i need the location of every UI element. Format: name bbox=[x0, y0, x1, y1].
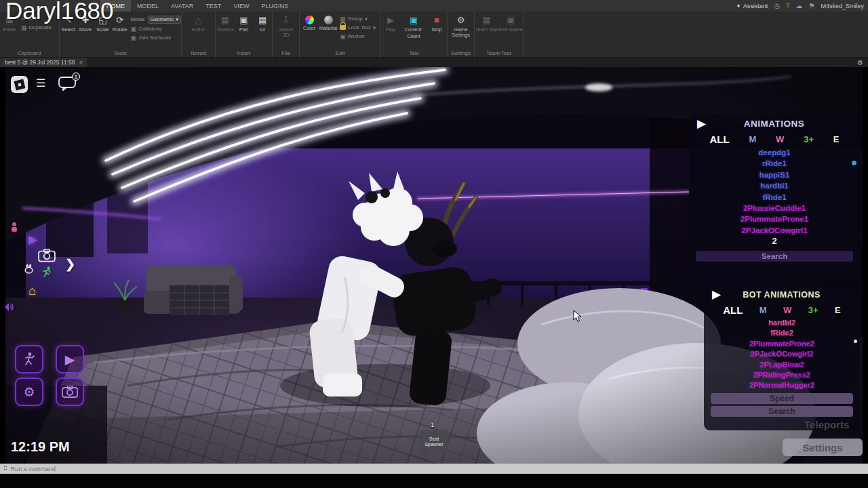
join-surfaces-toggle[interactable]: ▣ Join Surfaces bbox=[128, 33, 181, 42]
character-icon[interactable] bbox=[9, 222, 19, 235]
hamburger-menu-icon[interactable]: ☰ bbox=[36, 77, 45, 89]
animations-scroll-dot[interactable] bbox=[852, 161, 856, 165]
scale-tool-button[interactable]: ◱ Scale bbox=[94, 12, 111, 42]
animation-item[interactable]: 2PJackOCowgirl1 bbox=[741, 225, 807, 236]
animations-search-button[interactable]: Search bbox=[696, 251, 853, 262]
duplicate-button[interactable]: ▦ Duplicate bbox=[19, 23, 52, 32]
ui-button[interactable]: ▦ UI bbox=[253, 12, 272, 33]
animation-item[interactable]: hardbl1 bbox=[760, 180, 789, 191]
import-3d-button[interactable]: ⇩ Import 3D bbox=[277, 12, 296, 38]
camera-button[interactable] bbox=[56, 378, 84, 406]
animations-filter[interactable]: E bbox=[833, 134, 840, 144]
paste-button[interactable]: ▣ Paste bbox=[0, 12, 19, 33]
anchor-button[interactable]: ▣ Anchor bbox=[338, 32, 376, 41]
menu-tab-view[interactable]: VIEW bbox=[227, 0, 255, 12]
edit-group: Color Material ▦ Group ▾ Lock Tool ▾ bbox=[300, 12, 381, 58]
animation-item[interactable]: 2PlummateProne1 bbox=[741, 214, 808, 224]
exit-game-icon: ▣ bbox=[507, 14, 515, 26]
history-icon[interactable]: ◷ bbox=[774, 2, 780, 9]
game-settings-button-overlay[interactable]: Settings bbox=[783, 439, 863, 456]
mouse-cursor bbox=[573, 310, 583, 326]
username[interactable]: M4sked_Smiley bbox=[821, 3, 864, 9]
animations-filter[interactable]: M bbox=[749, 134, 756, 144]
command-input[interactable] bbox=[11, 466, 868, 472]
play-animation-button[interactable]: ▶ bbox=[56, 345, 84, 373]
bot-animation-item[interactable]: 2PJackOCowgirl2 bbox=[751, 349, 814, 359]
bot-animation-item[interactable]: fRide2 bbox=[770, 328, 793, 338]
teleports-label[interactable]: Teleports bbox=[804, 419, 849, 430]
bot-animation-item[interactable]: 2PLapBlow2 bbox=[760, 360, 804, 370]
collisions-toggle[interactable]: ▣ Collisions bbox=[128, 24, 181, 33]
notifications-icon[interactable]: ⚑ bbox=[809, 2, 815, 9]
cloud-icon[interactable]: ☁ bbox=[796, 2, 803, 9]
docbar-gear-icon[interactable]: ⚙ bbox=[857, 59, 868, 66]
bot-animations-filter[interactable]: ALL bbox=[723, 304, 743, 316]
animation-item[interactable]: fRide1 bbox=[762, 192, 786, 203]
play-button[interactable]: ▶ Play bbox=[381, 12, 400, 39]
bot-animation-item[interactable]: 2PlummateProne2 bbox=[749, 339, 814, 349]
animation-item[interactable]: 2PlussieCuddle1 bbox=[743, 203, 806, 214]
assistant-button[interactable]: ✦ Assistant bbox=[736, 3, 768, 9]
document-tab-title: best 5 @ 29 Jul 2025 11:58 bbox=[5, 59, 75, 66]
document-tab[interactable]: best 5 @ 29 Jul 2025 11:58 × bbox=[0, 58, 88, 67]
roblox-menu-button[interactable] bbox=[11, 76, 28, 93]
select-tool-button[interactable]: ↖ Select bbox=[60, 12, 77, 42]
home-icon[interactable]: ⌂ bbox=[28, 284, 36, 298]
exit-game-button[interactable]: ▣ Exit Game bbox=[499, 12, 524, 33]
current-client-dropdown[interactable]: ▣ Current: Client bbox=[400, 12, 427, 39]
help-icon[interactable]: ? bbox=[786, 2, 790, 9]
paste-icon: ▣ bbox=[5, 14, 14, 26]
bot-animation-item[interactable]: hardbl2 bbox=[768, 318, 795, 328]
game-settings-button[interactable]: ⚙ Game Settings bbox=[448, 12, 474, 38]
bot-search-button[interactable]: Search bbox=[711, 406, 853, 417]
bot-speed-button[interactable]: Speed bbox=[711, 393, 853, 404]
dance-button[interactable] bbox=[15, 345, 43, 373]
stop-button[interactable]: ■ Stop bbox=[427, 12, 446, 39]
menu-tab-model[interactable]: MODEL bbox=[131, 0, 165, 12]
speaker-icon[interactable] bbox=[5, 302, 15, 315]
bunny-icon[interactable] bbox=[23, 262, 35, 277]
close-icon[interactable]: × bbox=[79, 59, 83, 66]
animations-filter[interactable]: 3+ bbox=[804, 134, 814, 144]
game-viewport[interactable]: ☰ 1 ▶ ❯ ⌂ ▶ bbox=[5, 67, 863, 464]
seat-spawner-label[interactable]: Seat Spawner bbox=[420, 430, 448, 454]
animation-item[interactable]: rRide1 bbox=[762, 158, 787, 169]
assistant-label: Assistant bbox=[743, 3, 768, 9]
bot-animation-item[interactable]: 2PRidingPress2 bbox=[753, 370, 810, 380]
rotate-tool-button[interactable]: ⟳ Rotate bbox=[111, 12, 128, 42]
join-surfaces-icon: ▣ bbox=[130, 35, 136, 41]
rail-play-icon[interactable]: ▶ bbox=[28, 232, 37, 247]
toolbox-button[interactable]: ▦ Toolbox bbox=[216, 12, 235, 33]
mode-dropdown[interactable]: Geometric ▾ bbox=[148, 16, 181, 24]
team-test-button[interactable]: ▦ Team Test bbox=[475, 12, 499, 33]
menu-tab-home[interactable]: HOME bbox=[100, 0, 131, 12]
lock-tool-button[interactable]: Lock Tool ▾ bbox=[338, 23, 376, 32]
animations-filter[interactable]: W bbox=[776, 134, 784, 144]
chevron-right-icon[interactable]: ❯ bbox=[65, 257, 75, 272]
animations-filter[interactable]: ALL bbox=[709, 134, 729, 145]
bot-animations-filter[interactable]: E bbox=[835, 305, 841, 315]
menu-tab-avatar[interactable]: AVATAR bbox=[165, 0, 199, 12]
animation-item[interactable]: happiS1 bbox=[760, 169, 790, 180]
part-button[interactable]: ▣ Part bbox=[235, 12, 254, 33]
color-button[interactable]: Color bbox=[300, 12, 319, 41]
animation-item[interactable]: deepdg1 bbox=[758, 147, 790, 158]
menu-tab-plugins[interactable]: PLUGINS bbox=[255, 0, 294, 12]
bot-animations-filter[interactable]: M bbox=[760, 305, 767, 315]
bot-panel-play-icon[interactable]: ▶ bbox=[712, 289, 721, 300]
cut-button[interactable]: ✂ Cut bbox=[19, 14, 52, 23]
panel-play-icon[interactable]: ▶ bbox=[697, 118, 706, 129]
bot-animations-filter[interactable]: 3+ bbox=[808, 305, 818, 315]
terrain-editor-button[interactable]: △ Editor bbox=[189, 12, 208, 33]
material-button[interactable]: Material bbox=[319, 12, 338, 41]
menu-tab-test[interactable]: TEST bbox=[199, 0, 227, 12]
gear-button[interactable]: ⚙ bbox=[15, 378, 43, 406]
rail-camera-icon[interactable] bbox=[38, 249, 56, 265]
chat-button[interactable]: 1 bbox=[58, 76, 76, 94]
move-tool-button[interactable]: ✚ Move bbox=[77, 12, 94, 42]
runner-icon[interactable] bbox=[42, 266, 52, 281]
bot-animations-filter[interactable]: W bbox=[783, 305, 791, 315]
bot-scroll-dot[interactable] bbox=[854, 340, 857, 343]
bot-animation-item[interactable]: 2PNormalHugger2 bbox=[749, 380, 814, 390]
select-icon: ↖ bbox=[64, 14, 72, 26]
